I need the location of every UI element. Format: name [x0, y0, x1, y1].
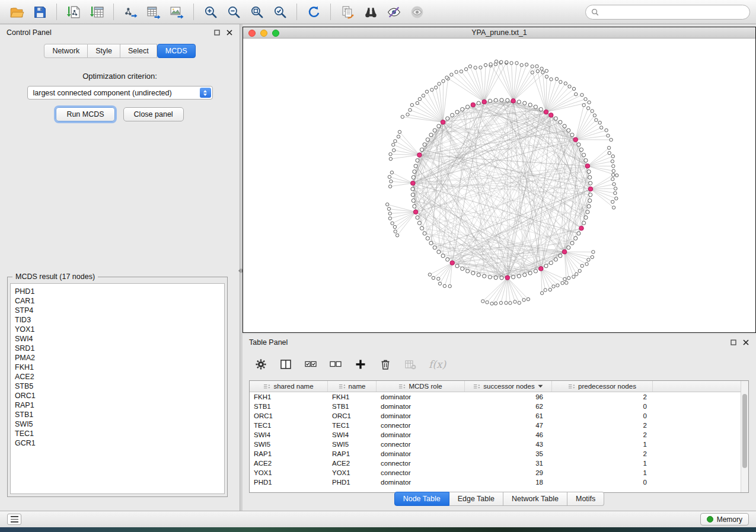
column-header-predecessor-nodes[interactable]: predecessor nodes: [552, 381, 653, 392]
search-input[interactable]: [602, 8, 744, 16]
eye-disabled-icon: [410, 5, 425, 20]
export-network-icon: [123, 5, 138, 20]
close-panel-button[interactable]: [226, 29, 233, 36]
column-header-successor-nodes[interactable]: successor nodes: [465, 381, 552, 392]
zoom-fit-button[interactable]: [246, 2, 267, 21]
tab-mcds[interactable]: MCDS: [157, 44, 196, 58]
table-panel-header: Table Panel: [243, 334, 756, 350]
column-header-name[interactable]: name: [328, 381, 377, 392]
table-settings-button[interactable]: [254, 358, 267, 371]
float-window-icon: [214, 30, 220, 36]
table-row[interactable]: PHD1PHD1dominator180: [250, 477, 741, 487]
window-minimize-button[interactable]: [260, 30, 267, 37]
list-item[interactable]: YOX1: [15, 325, 220, 334]
list-item[interactable]: STP4: [15, 306, 220, 315]
table-row[interactable]: RAP1RAP1dominator352: [250, 449, 741, 459]
tab-select[interactable]: Select: [120, 44, 157, 58]
table-cell: 35: [465, 450, 552, 457]
list-item[interactable]: STB1: [15, 410, 220, 419]
table-row[interactable]: FKH1FKH1dominator962: [250, 392, 741, 402]
tab-style[interactable]: Style: [88, 44, 120, 58]
hide-columns-button[interactable]: [404, 358, 417, 371]
list-item[interactable]: PHD1: [15, 287, 220, 296]
mcds-result-group: MCDS result (17 nodes) PHD1CAR1STP4TID3Y…: [7, 277, 228, 497]
list-item[interactable]: FKH1: [15, 363, 220, 372]
column-sort-icon: [568, 383, 575, 390]
open-folder-icon: [9, 5, 24, 20]
close-icon: [743, 339, 749, 345]
float-table-panel-button[interactable]: [730, 339, 737, 346]
list-item[interactable]: SRD1: [15, 344, 220, 353]
table-row[interactable]: SWI5SWI5connector431: [250, 440, 741, 449]
first-neighbors-button[interactable]: [360, 2, 381, 21]
export-image-button[interactable]: [166, 2, 187, 21]
export-network-button[interactable]: [120, 2, 141, 21]
copy-network-button[interactable]: [337, 2, 358, 21]
column-sort-icon: [263, 383, 270, 390]
list-item[interactable]: ORC1: [15, 391, 220, 400]
list-item[interactable]: GCR1: [15, 438, 220, 448]
list-item[interactable]: CAR1: [15, 296, 220, 306]
scrollbar-thumb[interactable]: [742, 394, 747, 468]
select-all-button[interactable]: [304, 358, 317, 371]
network-graph[interactable]: [243, 39, 755, 332]
apply-function-button[interactable]: f(x): [429, 358, 446, 370]
import-table-button[interactable]: [86, 2, 107, 21]
zoom-selected-button[interactable]: [269, 2, 291, 21]
table-cell: 18: [465, 479, 552, 486]
table-cell: connector: [377, 469, 465, 476]
table-row[interactable]: TEC1TEC1connector472: [250, 421, 741, 430]
table-row[interactable]: STB1STB1dominator620: [250, 402, 741, 411]
tab-network-table[interactable]: Network Table: [503, 492, 567, 506]
list-item[interactable]: TID3: [15, 315, 220, 325]
table-scrollbar[interactable]: [741, 381, 748, 492]
network-canvas[interactable]: [243, 39, 755, 332]
open-session-button[interactable]: [6, 2, 27, 21]
export-table-button[interactable]: [143, 2, 164, 21]
column-header-shared-name[interactable]: shared name: [250, 381, 328, 392]
status-menu-button[interactable]: [7, 514, 21, 525]
close-panel-action-button[interactable]: Close panel: [123, 107, 184, 121]
memory-button[interactable]: Memory: [700, 513, 749, 525]
show-hidden-button[interactable]: [406, 2, 428, 21]
import-network-button[interactable]: [63, 2, 84, 21]
tab-network[interactable]: Network: [44, 44, 88, 58]
table-row[interactable]: ACE2ACE2connector311: [250, 459, 741, 468]
float-panel-button[interactable]: [213, 29, 221, 36]
table-cell: TEC1: [328, 422, 377, 429]
close-table-panel-button[interactable]: [742, 339, 749, 346]
show-columns-button[interactable]: [279, 358, 292, 371]
mcds-result-list[interactable]: PHD1CAR1STP4TID3YOX1SWI4SRD1PMA2FKH1ACE2…: [10, 283, 225, 494]
deselect-all-button[interactable]: [329, 358, 342, 371]
table-row[interactable]: ORC1ORC1dominator610: [250, 411, 741, 421]
refresh-layout-button[interactable]: [303, 2, 324, 21]
network-window-titlebar[interactable]: YPA_prune.txt_1: [243, 27, 755, 39]
table-cell: SWI5: [250, 441, 328, 448]
add-row-button[interactable]: [354, 358, 367, 371]
save-session-button[interactable]: [29, 2, 50, 21]
list-item[interactable]: STB5: [15, 382, 220, 391]
toolbar-divider: [56, 4, 57, 20]
tab-node-table[interactable]: Node Table: [394, 492, 449, 506]
list-item[interactable]: RAP1: [15, 400, 220, 410]
tab-motifs[interactable]: Motifs: [567, 492, 604, 506]
hide-selected-button[interactable]: [383, 2, 404, 21]
list-item[interactable]: PMA2: [15, 353, 220, 363]
window-maximize-button[interactable]: [272, 30, 279, 37]
zoom-out-button[interactable]: [223, 2, 244, 21]
list-item[interactable]: TEC1: [15, 429, 220, 438]
window-close-button[interactable]: [248, 30, 256, 37]
mcds-result-title: MCDS result (17 nodes): [12, 273, 98, 281]
table-row[interactable]: YOX1YOX1connector291: [250, 468, 741, 477]
run-mcds-button[interactable]: Run MCDS: [56, 107, 114, 121]
node-table-body: FKH1FKH1dominator962STB1STB1dominator620…: [250, 392, 741, 492]
criterion-select[interactable]: largest connected component (undirected): [27, 86, 213, 100]
tab-edge-table[interactable]: Edge Table: [449, 492, 503, 506]
zoom-in-button[interactable]: [200, 2, 221, 21]
list-item[interactable]: ACE2: [15, 372, 220, 382]
table-row[interactable]: SWI4SWI4dominator462: [250, 430, 741, 440]
list-item[interactable]: SWI5: [15, 419, 220, 429]
column-header-mcds-role[interactable]: MCDS role: [377, 381, 465, 392]
list-item[interactable]: SWI4: [15, 334, 220, 344]
delete-row-button[interactable]: [379, 358, 392, 371]
